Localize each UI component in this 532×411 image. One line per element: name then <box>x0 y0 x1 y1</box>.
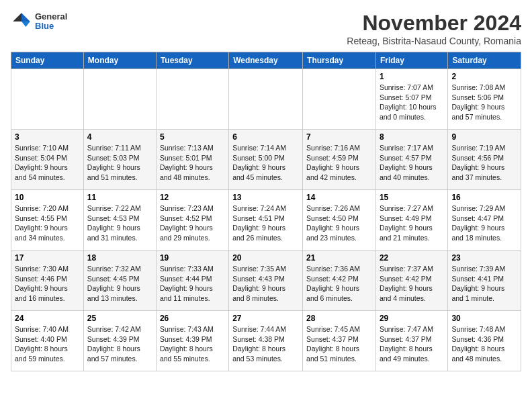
calendar-cell: 12Sunrise: 7:23 AM Sunset: 4:52 PM Dayli… <box>156 190 228 250</box>
day-number: 5 <box>160 132 225 142</box>
day-info: Sunrise: 7:47 AM Sunset: 4:37 PM Dayligh… <box>380 324 444 364</box>
day-number: 18 <box>87 253 152 263</box>
calendar-cell: 23Sunrise: 7:39 AM Sunset: 4:41 PM Dayli… <box>448 250 521 311</box>
day-number: 27 <box>232 314 299 323</box>
day-number: 4 <box>87 132 152 142</box>
svg-marker-2 <box>13 13 21 21</box>
calendar-cell: 6Sunrise: 7:14 AM Sunset: 5:00 PM Daylig… <box>229 130 303 190</box>
calendar-cell: 25Sunrise: 7:42 AM Sunset: 4:39 PM Dayli… <box>83 311 156 371</box>
day-info: Sunrise: 7:24 AM Sunset: 4:51 PM Dayligh… <box>232 203 299 243</box>
calendar-table: SundayMondayTuesdayWednesdayThursdayFrid… <box>11 52 521 371</box>
day-number: 28 <box>306 314 372 323</box>
day-info: Sunrise: 7:26 AM Sunset: 4:50 PM Dayligh… <box>306 203 372 243</box>
calendar-week-4: 17Sunrise: 7:30 AM Sunset: 4:46 PM Dayli… <box>11 250 521 311</box>
day-info: Sunrise: 7:23 AM Sunset: 4:52 PM Dayligh… <box>160 203 225 243</box>
calendar-cell: 7Sunrise: 7:16 AM Sunset: 4:59 PM Daylig… <box>303 130 376 190</box>
day-number: 17 <box>15 253 80 263</box>
calendar-cell: 19Sunrise: 7:33 AM Sunset: 4:44 PM Dayli… <box>156 250 228 311</box>
day-number: 8 <box>380 132 444 142</box>
calendar-week-1: 1Sunrise: 7:07 AM Sunset: 5:07 PM Daylig… <box>11 69 521 130</box>
title-section: November 2024 Reteag, Bistrita-Nasaud Co… <box>347 11 521 46</box>
calendar-cell <box>303 69 376 130</box>
calendar-cell: 18Sunrise: 7:32 AM Sunset: 4:45 PM Dayli… <box>83 250 156 311</box>
day-number: 29 <box>380 314 444 323</box>
day-info: Sunrise: 7:37 AM Sunset: 4:42 PM Dayligh… <box>380 264 444 304</box>
calendar-cell: 30Sunrise: 7:48 AM Sunset: 4:36 PM Dayli… <box>448 311 521 371</box>
weekday-header-monday: Monday <box>83 52 156 69</box>
calendar-cell <box>156 69 228 130</box>
weekday-header-friday: Friday <box>375 52 447 69</box>
day-number: 11 <box>87 193 152 202</box>
calendar-cell: 10Sunrise: 7:20 AM Sunset: 4:55 PM Dayli… <box>11 190 84 250</box>
day-info: Sunrise: 7:39 AM Sunset: 4:41 PM Dayligh… <box>451 264 517 304</box>
day-number: 10 <box>15 193 80 202</box>
calendar-header-row: SundayMondayTuesdayWednesdayThursdayFrid… <box>11 52 521 69</box>
day-info: Sunrise: 7:32 AM Sunset: 4:45 PM Dayligh… <box>87 264 152 304</box>
day-info: Sunrise: 7:11 AM Sunset: 5:03 PM Dayligh… <box>87 143 152 183</box>
calendar-cell: 5Sunrise: 7:13 AM Sunset: 5:01 PM Daylig… <box>156 130 228 190</box>
calendar-cell: 15Sunrise: 7:27 AM Sunset: 4:49 PM Dayli… <box>375 190 447 250</box>
calendar-cell: 3Sunrise: 7:10 AM Sunset: 5:04 PM Daylig… <box>11 130 84 190</box>
day-number: 23 <box>451 253 517 263</box>
location-subtitle: Reteag, Bistrita-Nasaud County, Romania <box>347 36 521 46</box>
calendar-cell: 13Sunrise: 7:24 AM Sunset: 4:51 PM Dayli… <box>229 190 303 250</box>
logo-blue-label: Blue <box>35 21 67 31</box>
day-info: Sunrise: 7:08 AM Sunset: 5:06 PM Dayligh… <box>451 83 517 122</box>
day-info: Sunrise: 7:20 AM Sunset: 4:55 PM Dayligh… <box>15 203 80 243</box>
day-number: 7 <box>306 132 372 142</box>
calendar-cell: 27Sunrise: 7:44 AM Sunset: 4:38 PM Dayli… <box>229 311 303 371</box>
calendar-week-2: 3Sunrise: 7:10 AM Sunset: 5:04 PM Daylig… <box>11 130 521 190</box>
calendar-cell: 24Sunrise: 7:40 AM Sunset: 4:40 PM Dayli… <box>11 311 84 371</box>
day-info: Sunrise: 7:40 AM Sunset: 4:40 PM Dayligh… <box>15 324 80 364</box>
weekday-header-wednesday: Wednesday <box>229 52 303 69</box>
day-info: Sunrise: 7:14 AM Sunset: 5:00 PM Dayligh… <box>232 143 299 183</box>
calendar-cell: 26Sunrise: 7:43 AM Sunset: 4:39 PM Dayli… <box>156 311 228 371</box>
day-info: Sunrise: 7:33 AM Sunset: 4:44 PM Dayligh… <box>160 264 225 304</box>
calendar-cell: 2Sunrise: 7:08 AM Sunset: 5:06 PM Daylig… <box>448 69 521 130</box>
day-number: 22 <box>380 253 444 263</box>
day-number: 26 <box>160 314 225 323</box>
day-info: Sunrise: 7:16 AM Sunset: 4:59 PM Dayligh… <box>306 143 372 183</box>
day-number: 20 <box>232 253 299 263</box>
calendar-cell <box>11 69 84 130</box>
day-info: Sunrise: 7:45 AM Sunset: 4:37 PM Dayligh… <box>306 324 372 364</box>
weekday-header-sunday: Sunday <box>11 52 84 69</box>
svg-marker-0 <box>21 13 30 21</box>
calendar-week-3: 10Sunrise: 7:20 AM Sunset: 4:55 PM Dayli… <box>11 190 521 250</box>
day-number: 25 <box>87 314 152 323</box>
day-info: Sunrise: 7:43 AM Sunset: 4:39 PM Dayligh… <box>160 324 225 364</box>
day-info: Sunrise: 7:19 AM Sunset: 4:56 PM Dayligh… <box>451 143 517 183</box>
logo-icon <box>11 11 32 32</box>
day-number: 6 <box>232 132 299 142</box>
day-info: Sunrise: 7:30 AM Sunset: 4:46 PM Dayligh… <box>15 264 80 304</box>
day-number: 30 <box>451 314 517 323</box>
day-number: 2 <box>451 72 517 81</box>
day-number: 19 <box>160 253 225 263</box>
calendar-cell: 14Sunrise: 7:26 AM Sunset: 4:50 PM Dayli… <box>303 190 376 250</box>
calendar-cell: 22Sunrise: 7:37 AM Sunset: 4:42 PM Dayli… <box>375 250 447 311</box>
day-info: Sunrise: 7:10 AM Sunset: 5:04 PM Dayligh… <box>15 143 80 183</box>
weekday-header-thursday: Thursday <box>303 52 376 69</box>
calendar-cell: 1Sunrise: 7:07 AM Sunset: 5:07 PM Daylig… <box>375 69 447 130</box>
weekday-header-saturday: Saturday <box>448 52 521 69</box>
day-info: Sunrise: 7:29 AM Sunset: 4:47 PM Dayligh… <box>451 203 517 243</box>
day-info: Sunrise: 7:35 AM Sunset: 4:43 PM Dayligh… <box>232 264 299 304</box>
month-title: November 2024 <box>347 11 521 36</box>
day-info: Sunrise: 7:17 AM Sunset: 4:57 PM Dayligh… <box>380 143 444 183</box>
calendar-cell: 29Sunrise: 7:47 AM Sunset: 4:37 PM Dayli… <box>375 311 447 371</box>
day-number: 16 <box>451 193 517 202</box>
day-number: 15 <box>380 193 444 202</box>
day-number: 21 <box>306 253 372 263</box>
calendar-cell: 8Sunrise: 7:17 AM Sunset: 4:57 PM Daylig… <box>375 130 447 190</box>
weekday-header-tuesday: Tuesday <box>156 52 228 69</box>
day-info: Sunrise: 7:27 AM Sunset: 4:49 PM Dayligh… <box>380 203 444 243</box>
day-info: Sunrise: 7:13 AM Sunset: 5:01 PM Dayligh… <box>160 143 225 183</box>
svg-marker-1 <box>21 21 30 27</box>
day-info: Sunrise: 7:42 AM Sunset: 4:39 PM Dayligh… <box>87 324 152 364</box>
day-number: 24 <box>15 314 80 323</box>
day-info: Sunrise: 7:48 AM Sunset: 4:36 PM Dayligh… <box>451 324 517 364</box>
day-number: 3 <box>15 132 80 142</box>
calendar-cell: 16Sunrise: 7:29 AM Sunset: 4:47 PM Dayli… <box>448 190 521 250</box>
calendar-cell: 9Sunrise: 7:19 AM Sunset: 4:56 PM Daylig… <box>448 130 521 190</box>
day-number: 13 <box>232 193 299 202</box>
